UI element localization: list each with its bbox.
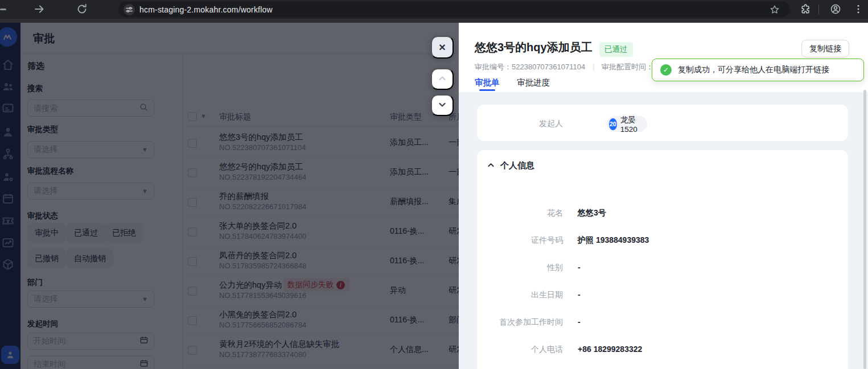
copy-link-button[interactable]: 复制链接 xyxy=(801,40,849,57)
tab-approval-progress[interactable]: 审批进度 xyxy=(517,77,550,88)
avatar: 20 xyxy=(609,118,617,130)
field-label: 证件号码 xyxy=(491,235,563,246)
initiator-name: 龙晏1520 xyxy=(620,115,641,134)
initiator-label: 发起人 xyxy=(491,119,563,129)
site-info-icon[interactable] xyxy=(124,4,135,15)
initiator-row: 发起人 20 龙晏1520 xyxy=(491,119,563,129)
back-icon[interactable] xyxy=(0,9,6,10)
kebab-menu-icon[interactable] xyxy=(853,3,864,15)
toast-message: 复制成功，可分享给他人在电脑端打开链接 xyxy=(678,65,829,75)
previous-record-button[interactable] xyxy=(431,68,454,90)
close-icon: ✕ xyxy=(438,42,446,53)
section-title: 个人信息 xyxy=(500,160,534,171)
field-row: 个人电话 +86 18299283322 xyxy=(491,345,642,355)
chevron-up-icon xyxy=(438,74,447,85)
bookmark-star-icon[interactable] xyxy=(770,5,780,15)
field-label: 个人电话 xyxy=(491,345,563,355)
forward-icon[interactable] xyxy=(33,3,46,15)
field-label: 性别 xyxy=(491,263,563,273)
copy-success-toast: ✓ 复制成功，可分享给他人在电脑端打开链接 xyxy=(652,59,864,81)
section-header[interactable]: 个人信息 xyxy=(487,160,534,171)
extensions-icon[interactable] xyxy=(800,3,812,15)
browser-toolbar: hcm-staging-2.mokahr.com/workflow xyxy=(0,0,868,19)
close-drawer-button[interactable]: ✕ xyxy=(431,36,454,59)
field-label: 花名 xyxy=(491,208,563,218)
field-value: +86 18299283322 xyxy=(578,345,642,354)
url-text[interactable]: hcm-staging-2.mokahr.com/workflow xyxy=(139,5,273,14)
field-label: 首次参加工作时间 xyxy=(491,317,563,327)
app-window: hcm-staging-2.mokahr.com/workflow xyxy=(0,0,868,369)
toolbar-bottom-strip xyxy=(0,19,868,23)
chevron-down-icon xyxy=(438,100,447,111)
reload-icon[interactable] xyxy=(76,3,88,15)
field-value: - xyxy=(578,263,581,272)
field-value: - xyxy=(578,290,581,299)
field-label: 出生日期 xyxy=(491,290,563,300)
field-value: 护照 193884939383 xyxy=(578,235,649,246)
drawer-title: 悠悠3号的hqy添加员工 xyxy=(475,40,593,55)
collapse-chevron-icon[interactable] xyxy=(487,161,495,171)
approval-meta: 审批编号：522380707361071104｜审批配置时间：202 xyxy=(475,62,666,72)
next-record-button[interactable] xyxy=(431,94,454,116)
initiator-card: 发起人 20 龙晏1520 xyxy=(477,105,848,141)
tab-approval-form[interactable]: 审批单 xyxy=(475,77,500,88)
address-bar[interactable]: hcm-staging-2.mokahr.com/workflow xyxy=(118,2,790,17)
profile-icon[interactable] xyxy=(830,3,841,15)
toolbar-divider xyxy=(818,5,819,14)
field-row: 花名 悠悠3号 xyxy=(491,208,606,218)
meta-separator: ｜ xyxy=(590,63,597,71)
status-badge: 已通过 xyxy=(599,42,633,57)
field-value: 悠悠3号 xyxy=(578,208,606,218)
field-row: 出生日期 - xyxy=(491,290,581,300)
field-row: 首次参加工作时间 - xyxy=(491,317,581,327)
field-row: 证件号码 护照 193884939383 xyxy=(491,235,649,246)
drawer-scrollbar[interactable] xyxy=(863,90,866,369)
initiator-pill[interactable]: 20 龙晏1520 xyxy=(607,116,647,132)
active-tab-indicator xyxy=(479,89,495,91)
approval-number: 审批编号：522380707361071104 xyxy=(475,63,585,71)
success-check-icon: ✓ xyxy=(660,64,672,76)
field-value: - xyxy=(578,317,581,326)
personal-info-card: 个人信息 花名 悠悠3号 证件号码 护照 193884939383 性别 - 出… xyxy=(477,150,848,369)
field-row: 性别 - xyxy=(491,263,581,273)
